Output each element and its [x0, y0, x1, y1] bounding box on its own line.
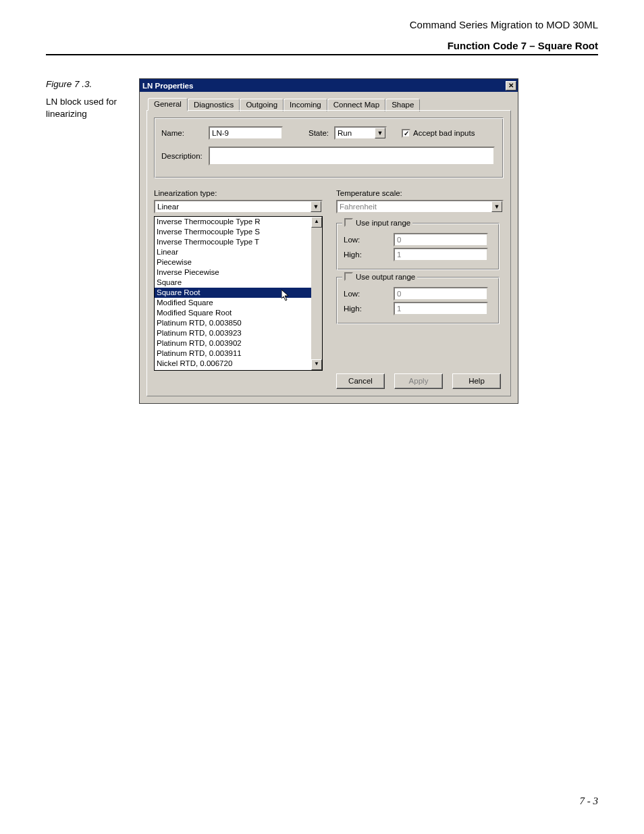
temperature-scale-label: Temperature scale:: [336, 189, 402, 197]
scroll-down-icon[interactable]: ▼: [311, 359, 322, 370]
list-item[interactable]: Inverse Thermocouple Type S: [155, 227, 322, 237]
apply-button: Apply: [394, 373, 443, 389]
input-low-label: Low:: [344, 236, 394, 244]
use-output-range-group: Use output range Low: High:: [336, 277, 500, 324]
list-item[interactable]: Platinum RTD, 0.003902: [155, 338, 322, 348]
figure-label: Figure 7 .3.: [46, 78, 127, 90]
window-title: LN Properties: [142, 82, 193, 90]
dialog-button-row: Cancel Apply Help: [336, 373, 501, 389]
linearization-type-listbox[interactable]: Inverse Thermocouple Type R Inverse Ther…: [154, 216, 323, 371]
state-combo[interactable]: Run ▼: [334, 126, 387, 140]
header-rule: [46, 54, 598, 55]
titlebar[interactable]: LN Properties ✕: [140, 79, 518, 92]
list-item[interactable]: Square: [155, 278, 322, 288]
state-value: Run: [336, 129, 375, 137]
input-high-field: [394, 248, 488, 261]
output-low-field: [394, 287, 488, 301]
document-header-line-2: Function Code 7 – Square Root: [46, 40, 598, 51]
list-item[interactable]: Nickel RTD, 0.006720: [155, 359, 322, 369]
header-group: Name: State: Run ▼ ✓ Accept bad inputs: [154, 118, 504, 178]
page-number: 7 - 3: [580, 796, 599, 807]
tab-general[interactable]: General: [148, 98, 188, 111]
list-item[interactable]: Linear: [155, 247, 322, 257]
cancel-button[interactable]: Cancel: [336, 373, 385, 389]
linearization-type-value: Linear: [155, 203, 311, 211]
name-label: Name:: [161, 129, 209, 137]
description-label: Description:: [161, 152, 209, 160]
help-button[interactable]: Help: [452, 373, 501, 389]
use-input-range-group: Use input range Low: High:: [336, 223, 500, 270]
chevron-down-icon[interactable]: ▼: [375, 128, 385, 138]
linearization-type-combo[interactable]: Linear ▼: [154, 200, 323, 213]
list-item[interactable]: Inverse Thermocouple Type T: [155, 237, 322, 247]
document-header-line-1: Command Series Migration to MOD 30ML: [46, 19, 598, 30]
temperature-scale-combo: Fahrenheit ▼: [336, 200, 504, 213]
figure-caption-block: Figure 7 .3. LN block used for linearizi…: [46, 78, 127, 121]
use-output-range-checkbox[interactable]: [344, 272, 353, 281]
chevron-down-icon[interactable]: ▼: [311, 201, 321, 212]
state-label: State:: [308, 129, 334, 137]
list-item-selected[interactable]: Square Root: [155, 288, 322, 298]
output-high-label: High:: [344, 305, 394, 313]
scrollbar[interactable]: ▲ ▼: [311, 217, 322, 370]
list-item[interactable]: Modified Square: [155, 298, 322, 308]
temperature-scale-value: Fahrenheit: [338, 203, 491, 211]
list-item[interactable]: Platinum RTD, 0.003911: [155, 348, 322, 359]
list-item[interactable]: Platinum RTD, 0.003923: [155, 328, 322, 338]
accept-label: Accept bad inputs: [413, 129, 475, 137]
use-input-range-label: Use input range: [356, 219, 410, 227]
ln-properties-dialog: LN Properties ✕ General Diagnostics Outg…: [139, 78, 518, 404]
scroll-up-icon[interactable]: ▲: [311, 217, 322, 228]
close-icon[interactable]: ✕: [506, 81, 516, 90]
list-item[interactable]: Inverse Piecewise: [155, 267, 322, 278]
output-low-label: Low:: [344, 290, 394, 298]
input-low-field: [394, 233, 488, 246]
linearization-type-label: Linearization type:: [154, 189, 217, 197]
chevron-down-icon: ▼: [491, 201, 502, 212]
description-field[interactable]: [209, 147, 495, 165]
name-field[interactable]: [209, 126, 283, 140]
tab-strip: General Diagnostics Outgoing Incoming Co…: [148, 97, 511, 110]
accept-bad-inputs-option[interactable]: ✓ Accept bad inputs: [402, 129, 475, 138]
list-item[interactable]: Piecewise: [155, 257, 322, 267]
output-high-field: [394, 302, 488, 315]
list-item[interactable]: Platinum RTD, 0.003850: [155, 318, 322, 328]
list-item[interactable]: Inverse Thermocouple Type R: [155, 217, 322, 227]
list-item[interactable]: Modified Square Root: [155, 308, 322, 318]
input-high-label: High:: [344, 251, 394, 259]
use-output-range-label: Use output range: [356, 273, 415, 281]
use-input-range-checkbox[interactable]: [344, 218, 353, 227]
accept-checkbox[interactable]: ✓: [402, 129, 410, 138]
figure-caption: LN block used for linearizing: [46, 96, 127, 120]
tab-panel: Name: State: Run ▼ ✓ Accept bad inputs: [146, 110, 511, 396]
